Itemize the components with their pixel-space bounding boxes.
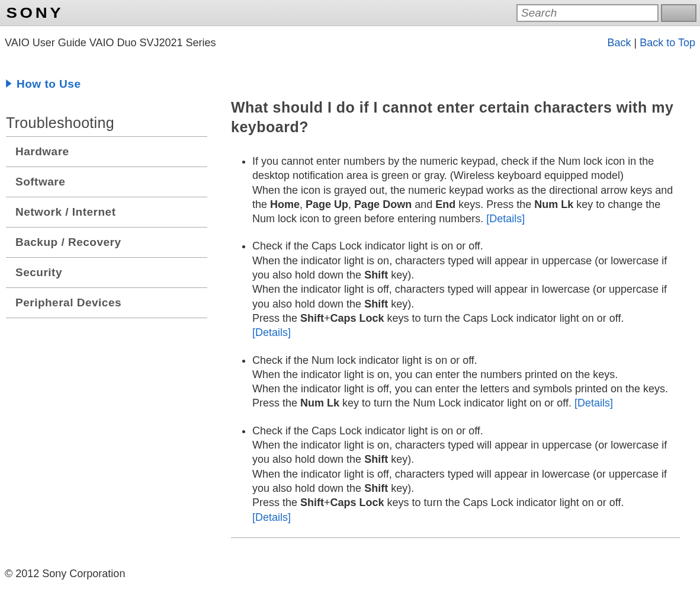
sidebar-item-hardware[interactable]: Hardware	[6, 137, 207, 167]
details-link[interactable]: [Details]	[252, 511, 291, 523]
sidebar: How to Use Troubleshooting Hardware Soft…	[6, 78, 207, 538]
chevron-right-icon	[6, 78, 13, 91]
details-link[interactable]: [Details]	[252, 326, 291, 338]
list-item: If you cannot enter numbers by the numer…	[252, 154, 680, 226]
copyright-text: © 2012 Sony Corporation	[5, 568, 125, 580]
back-to-top-link[interactable]: Back to Top	[640, 37, 695, 49]
main-content: What should I do if I cannot enter certa…	[231, 78, 694, 538]
sidebar-item-network-internet[interactable]: Network / Internet	[6, 197, 207, 228]
brand-logo: SONY	[4, 5, 63, 21]
how-to-use-label: How to Use	[17, 78, 81, 91]
subheader: VAIO User Guide VAIO Duo SVJ2021 Series …	[0, 26, 700, 54]
footer: © 2012 Sony Corporation	[0, 550, 700, 589]
content-wrap: How to Use Troubleshooting Hardware Soft…	[0, 54, 700, 550]
search-container	[516, 4, 696, 22]
details-link[interactable]: [Details]	[574, 397, 613, 409]
article-divider	[231, 537, 680, 538]
page-subtitle: VAIO User Guide VAIO Duo SVJ2021 Series	[5, 37, 216, 49]
nav-links: Back | Back to Top	[608, 37, 695, 49]
list-item: Check if the Num lock indicator light is…	[252, 353, 680, 411]
back-link[interactable]: Back	[608, 37, 631, 49]
sidebar-item-software[interactable]: Software	[6, 167, 207, 197]
search-button[interactable]	[661, 4, 696, 22]
sidebar-item-security[interactable]: Security	[6, 258, 207, 288]
list-item: Check if the Caps Lock indicator light i…	[252, 239, 680, 340]
troubleshooting-heading: Troubleshooting	[6, 114, 207, 132]
sidebar-item-backup-recovery[interactable]: Backup / Recovery	[6, 228, 207, 258]
details-link[interactable]: [Details]	[486, 213, 525, 225]
header-bar: SONY	[0, 0, 700, 26]
list-item: Check if the Caps Lock indicator light i…	[252, 424, 680, 524]
article-title: What should I do if I cannot enter certa…	[231, 98, 680, 136]
search-input[interactable]	[516, 4, 659, 22]
svg-marker-0	[6, 79, 11, 88]
sidebar-item-peripheral-devices[interactable]: Peripheral Devices	[6, 288, 207, 318]
article-list: If you cannot enter numbers by the numer…	[231, 154, 680, 524]
how-to-use-link[interactable]: How to Use	[6, 78, 207, 91]
